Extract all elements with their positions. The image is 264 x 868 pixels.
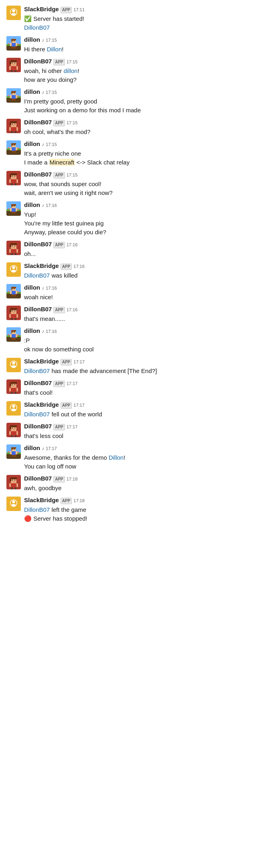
user-mention[interactable]: dillon [63, 67, 77, 74]
svg-rect-156 [9, 314, 11, 318]
avatar [6, 444, 21, 459]
svg-rect-57 [14, 124, 15, 124]
user-mention[interactable]: DillonB07 [24, 272, 50, 279]
svg-rect-20 [8, 43, 9, 44]
user-mention[interactable]: DillonB07 [24, 24, 50, 31]
svg-rect-185 [10, 383, 11, 386]
svg-rect-45 [12, 95, 16, 99]
sender-name: SlackBridge [24, 262, 59, 270]
timestamp: 17:17 [67, 424, 78, 430]
svg-rect-172 [14, 338, 16, 340]
svg-rect-124 [14, 253, 16, 255]
timestamp: 17:15 [46, 141, 57, 148]
svg-rect-102 [11, 204, 12, 207]
user-mention[interactable]: Dillon [47, 46, 62, 53]
avatar [6, 140, 21, 155]
svg-rect-236 [13, 482, 14, 482]
svg-rect-75 [12, 147, 16, 151]
message-header: dillon ♪ 17:16 [24, 201, 258, 209]
message-header: DillonB07 APP 17:18 [24, 474, 258, 483]
message-group: DillonB07 APP 17:16 oh... [0, 238, 264, 260]
message-header: SlackBridge APP 17:17 [24, 357, 258, 366]
timestamp: 17:16 [67, 241, 78, 248]
message-content: DillonB07 APP 17:16 oh... [24, 240, 258, 258]
avatar [6, 358, 21, 372]
svg-rect-94 [14, 183, 16, 185]
avatar [6, 36, 21, 51]
message-content: DillonB07 APP 17:15 oh cool, what's the … [24, 118, 258, 136]
svg-rect-85 [10, 174, 11, 177]
sender-name: SlackBridge [24, 496, 59, 505]
message-text: that's cool! [24, 388, 258, 397]
timestamp: 17:15 [46, 37, 57, 43]
svg-rect-227 [16, 451, 17, 454]
svg-rect-16 [12, 47, 13, 49]
svg-rect-88 [13, 178, 14, 178]
message-content: dillon ♪ 17:17 Awesome, thanks for the d… [24, 444, 258, 471]
svg-rect-51 [18, 95, 19, 97]
sender-name: DillonB07 [24, 305, 52, 314]
svg-rect-209 [9, 431, 11, 435]
message-group: dillon ♪ 17:16 :Pok now do something coo… [0, 325, 264, 355]
svg-rect-143 [10, 291, 12, 294]
svg-rect-77 [14, 151, 16, 153]
avatar [6, 58, 21, 72]
svg-rect-123 [11, 253, 13, 255]
svg-point-198 [12, 405, 15, 408]
svg-rect-221 [12, 449, 13, 450]
svg-rect-174 [16, 334, 17, 337]
message-list: SlackBridge APP 17:11 ✅ Server has start… [0, 0, 264, 528]
svg-rect-111 [18, 209, 19, 210]
message-group: DillonB07 APP 17:18 awh, goodbye [0, 473, 264, 494]
user-mention[interactable]: DillonB07 [24, 367, 50, 374]
message-content: SlackBridge APP 17:11 ✅ Server has start… [24, 5, 258, 32]
svg-rect-15 [12, 43, 16, 47]
sender-name: dillon [24, 444, 40, 452]
app-badge: APP [61, 264, 72, 270]
svg-rect-122 [16, 249, 18, 253]
svg-rect-208 [11, 431, 16, 435]
message-header: DillonB07 APP 17:16 [24, 305, 258, 314]
svg-point-246 [12, 501, 15, 503]
timestamp: 17:16 [67, 306, 78, 313]
timestamp: 17:15 [67, 120, 78, 126]
svg-rect-225 [14, 455, 16, 457]
music-icon: ♪ [42, 141, 44, 148]
svg-rect-223 [12, 451, 16, 455]
svg-rect-76 [12, 151, 13, 153]
message-text: DillonB07 was killed [24, 271, 258, 280]
svg-rect-205 [14, 428, 15, 428]
svg-rect-107 [14, 212, 16, 214]
user-mention[interactable]: Dillon [109, 454, 124, 461]
message-group: DillonB07 APP 17:16 that's mean...... [0, 303, 264, 325]
svg-rect-62 [16, 127, 18, 131]
user-mention[interactable]: DillonB07 [24, 506, 50, 513]
message-group: DillonB07 APP 17:17 that's cool! [0, 377, 264, 399]
music-icon: ♪ [42, 445, 44, 452]
message-group: DillonB07 APP 17:17 that's less cool [0, 420, 264, 442]
message-text: woah nice! [24, 293, 258, 302]
svg-rect-42 [11, 91, 12, 94]
timestamp: 17:16 [73, 263, 85, 270]
svg-rect-235 [14, 480, 15, 481]
svg-point-181 [12, 365, 16, 368]
svg-rect-108 [10, 208, 12, 211]
message-header: dillon ♪ 17:17 [24, 444, 258, 452]
svg-rect-14 [14, 41, 15, 41]
message-header: DillonB07 APP 17:16 [24, 240, 258, 249]
message-header: dillon ♪ 17:16 [24, 327, 258, 335]
user-mention[interactable]: DillonB07 [24, 411, 50, 418]
message-text: wow, that sounds super cool! [24, 180, 258, 189]
message-text: wait, aren't we using it right now? [24, 189, 258, 197]
avatar [6, 171, 21, 185]
message-text: I'm pretty good, pretty good [24, 97, 258, 106]
svg-rect-44 [14, 93, 15, 93]
sender-name: DillonB07 [24, 170, 52, 179]
timestamp: 17:17 [46, 445, 57, 452]
message-content: dillon ♪ 17:15 It's a pretty niche oneI … [24, 140, 258, 167]
svg-rect-24 [10, 60, 17, 62]
avatar [6, 119, 21, 133]
message-text: Just working on a demo for this mod I ma… [24, 106, 258, 115]
svg-rect-13 [12, 41, 13, 41]
message-header: SlackBridge APP 17:18 [24, 496, 258, 505]
